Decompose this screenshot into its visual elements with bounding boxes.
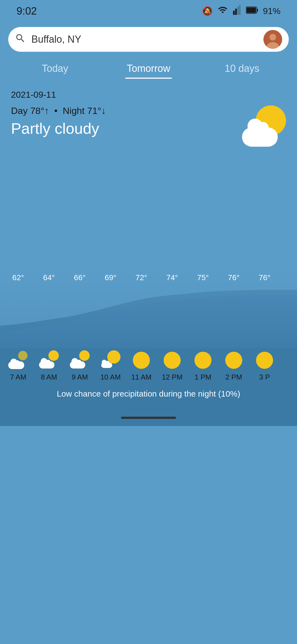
svg-rect-1 (235, 9, 237, 15)
hourly-item-8: 3 P (249, 350, 280, 381)
svg-rect-2 (237, 7, 239, 15)
status-icons: 🔕 91% (202, 5, 280, 17)
hourly-icon-0 (8, 350, 28, 370)
search-bar[interactable] (8, 27, 289, 52)
date-label: 2021-09-11 (11, 90, 286, 100)
hourly-icon-1 (39, 350, 59, 370)
svg-point-8 (270, 34, 276, 40)
search-input[interactable] (31, 34, 258, 45)
hourly-icon-5 (162, 350, 182, 370)
temp-curve: 62° 64° 66° 69° 72° 74° 75° 76° 76° (0, 271, 297, 348)
hourly-item-5: 12 PM (157, 350, 188, 381)
temp-label-6: 75° (188, 273, 218, 282)
avatar[interactable] (263, 30, 282, 49)
hourly-time-4: 11 AM (131, 373, 152, 381)
battery-percentage: 91% (263, 6, 280, 16)
hourly-item-0: 7 AM (3, 350, 34, 381)
hourly-icon-6 (193, 350, 213, 370)
temp-left: Day 78°↑ • Night 71°↓ Partly cloudy (11, 105, 106, 137)
hourly-time-8: 3 P (259, 373, 270, 381)
hourly-icon-2 (70, 350, 90, 370)
temp-summary: Day 78°↑ • Night 71°↓ Partly cloudy (11, 105, 286, 149)
temp-label-4: 72° (126, 273, 157, 282)
weather-icon-large (242, 105, 286, 149)
temp-label-5: 74° (157, 273, 188, 282)
tab-today[interactable]: Today (8, 57, 102, 79)
svg-rect-3 (239, 5, 241, 15)
hourly-time-2: 9 AM (72, 373, 88, 381)
mute-icon: 🔕 (202, 6, 213, 16)
search-container (0, 22, 297, 57)
hourly-time-7: 2 PM (226, 373, 242, 381)
tab-10days[interactable]: 10 days (195, 57, 289, 79)
hourly-item-1: 8 AM (34, 350, 64, 381)
battery-icon (246, 6, 258, 16)
status-bar: 9:02 🔕 91% (0, 0, 297, 22)
hourly-item-3: 10 AM (95, 350, 126, 381)
svg-rect-0 (233, 11, 235, 15)
temp-label-7: 76° (218, 273, 249, 282)
cloud-icon (242, 127, 278, 147)
search-icon (15, 33, 26, 46)
home-indicator (0, 410, 297, 426)
precip-text: Low chance of precipitation during the n… (57, 389, 240, 398)
day-night-temps: Day 78°↑ • Night 71°↓ (11, 105, 106, 116)
home-bar (121, 417, 176, 419)
hourly-icon-3 (101, 350, 120, 370)
main-content: 2021-09-11 Day 78°↑ • Night 71°↓ Partly … (0, 79, 297, 149)
temp-label-0: 62° (3, 273, 34, 282)
hourly-time-5: 12 PM (162, 373, 182, 381)
svg-rect-6 (246, 7, 256, 13)
hourly-item-6: 1 PM (188, 350, 218, 381)
hourly-item-2: 9 AM (64, 350, 95, 381)
wifi-icon (218, 5, 228, 17)
hourly-section: 62° 64° 66° 69° 72° 74° 75° 76° 76° (0, 271, 297, 410)
temp-label-1: 64° (34, 273, 64, 282)
condition-text: Partly cloudy (11, 119, 106, 137)
hourly-time-6: 1 PM (195, 373, 211, 381)
hourly-time-0: 7 AM (10, 373, 26, 381)
hourly-icon-4 (131, 350, 151, 370)
hourly-icons-row: 7 AM 8 AM 9 AM (0, 348, 297, 381)
temp-label-8: 76° (249, 273, 280, 282)
precip-note: Low chance of precipitation during the n… (0, 381, 297, 410)
hourly-time-3: 10 AM (100, 373, 121, 381)
svg-rect-5 (257, 9, 258, 12)
hourly-icon-8 (255, 350, 274, 370)
signal-icon (233, 5, 241, 17)
temp-label-2: 66° (64, 273, 95, 282)
temp-label-3: 69° (95, 273, 126, 282)
tabs: Today Tomorrow 10 days (0, 57, 297, 79)
hourly-time-1: 8 AM (41, 373, 57, 381)
hourly-item-4: 11 AM (126, 350, 157, 381)
status-time: 9:02 (16, 5, 37, 17)
hourly-item-7: 2 PM (218, 350, 249, 381)
hourly-icon-7 (224, 350, 244, 370)
temp-curve-svg (0, 271, 297, 348)
tab-tomorrow[interactable]: Tomorrow (102, 57, 195, 79)
